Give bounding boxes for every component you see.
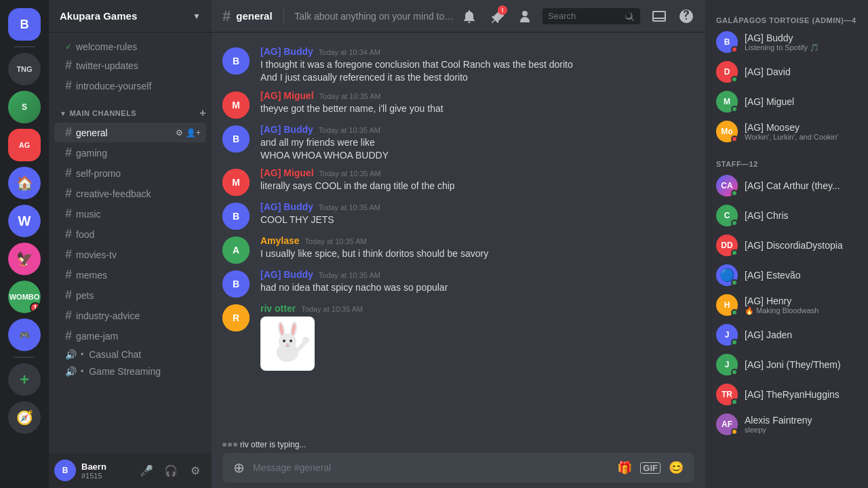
- message-text-5a: COOL THY JETS: [260, 214, 694, 226]
- member-name-ryan: [AG] TheRyanHuggins: [745, 389, 857, 400]
- channel-memes[interactable]: # memes: [54, 265, 206, 285]
- message-content-2: [AG] Miguel Today at 10:35 AM theyve got…: [260, 90, 694, 119]
- server-icon-s7[interactable]: 🦅: [8, 243, 41, 275]
- members-icon[interactable]: [515, 8, 532, 24]
- channel-game-jam[interactable]: # game-jam: [54, 326, 206, 346]
- bullet-casual: •: [81, 350, 83, 359]
- member-status-henry: 🔥 Making Bloodwash: [745, 306, 857, 315]
- speaker-icon-casual: 🔊: [65, 349, 77, 360]
- member-catarthur[interactable]: CA [AG] Cat Arthur (they...: [711, 171, 863, 201]
- timestamp-5: Today at 10:35 AM: [319, 203, 380, 211]
- hash-icon-general: #: [65, 125, 72, 140]
- member-joni[interactable]: J [AG] Joni (They/Them): [711, 350, 863, 380]
- server-icon-av[interactable]: 🎮: [8, 319, 41, 351]
- channel-industry-advice[interactable]: # industry-advice: [54, 306, 206, 325]
- headset-button[interactable]: 🎧: [160, 460, 182, 481]
- member-miguel[interactable]: M [AG] Miguel: [711, 87, 863, 117]
- avatar-inner-buddy4: B: [222, 270, 250, 298]
- search-bar[interactable]: Search: [542, 8, 640, 24]
- gift-icon[interactable]: 🎁: [617, 460, 632, 475]
- channel-food[interactable]: # food: [54, 224, 206, 244]
- status-dot-dd: [731, 249, 738, 256]
- server-icon-s3[interactable]: S: [8, 91, 41, 123]
- member-estevao[interactable]: 🔵 [AG] Estevão: [711, 260, 863, 290]
- message-group-1: B [AG] Buddy Today at 10:34 AM I thought…: [212, 43, 705, 87]
- sticker-container: [260, 317, 694, 371]
- author-name-miguel-1[interactable]: [AG] Miguel: [260, 90, 314, 101]
- timestamp-4: Today at 10:35 AM: [319, 169, 381, 178]
- member-name-alexis: Alexis Faintreny: [745, 415, 857, 426]
- sticker-image: [260, 317, 315, 371]
- channel-name-gaming: gaming: [76, 148, 201, 159]
- hash-icon-pets: #: [65, 288, 72, 302]
- author-name-amylase[interactable]: Amylase: [260, 235, 300, 246]
- channel-music[interactable]: # music: [54, 204, 206, 224]
- channel-twitter-updates[interactable]: # twitter-updates: [54, 56, 206, 75]
- avatar-inner-amylase: A: [222, 237, 250, 264]
- emoji-icon[interactable]: 😊: [669, 460, 684, 475]
- author-name-buddy-4[interactable]: [AG] Buddy: [260, 269, 313, 280]
- add-server-button[interactable]: +: [8, 363, 41, 396]
- channel-settings-icon[interactable]: ⚙: [176, 128, 183, 138]
- channel-add-member-icon[interactable]: 👤+: [186, 128, 201, 138]
- hash-icon-movies: #: [65, 247, 72, 262]
- channel-welcome-rules[interactable]: ✓ welcome-rules: [54, 39, 206, 55]
- channel-self-promo[interactable]: # self-promo: [54, 163, 206, 183]
- settings-button[interactable]: ⚙: [184, 460, 206, 481]
- channel-general[interactable]: # general ⚙ 👤+: [54, 123, 206, 142]
- member-status-alexis: sleepy: [745, 426, 857, 434]
- author-name-miguel-2[interactable]: [AG] Miguel: [260, 167, 314, 178]
- member-avatar-buddy: B: [716, 31, 738, 53]
- member-buddy[interactable]: B [AG] Buddy Listening to Spotify 🎵: [711, 27, 863, 57]
- header-icons: ! Search: [461, 8, 694, 24]
- member-jaden[interactable]: J [AG] Jaden: [711, 320, 863, 350]
- channel-movies-tv[interactable]: # movies-tv: [54, 245, 206, 264]
- server-name-bar[interactable]: Akupara Games ▼: [49, 0, 212, 33]
- author-name-buddy-1[interactable]: [AG] Buddy: [260, 46, 313, 57]
- channel-introduce-yourself[interactable]: # introduce-yourself: [54, 76, 206, 96]
- help-icon[interactable]: [678, 8, 694, 24]
- microphone-button[interactable]: 🎤: [136, 460, 157, 481]
- add-attachment-icon[interactable]: ⊕: [233, 460, 245, 476]
- add-channel-button[interactable]: +: [199, 107, 206, 119]
- channel-game-streaming[interactable]: 🔊 • Game Streaming: [54, 363, 206, 380]
- message-header-4: [AG] Miguel Today at 10:35 AM: [260, 167, 694, 178]
- channel-creative-feedback[interactable]: # creative-feedback: [54, 184, 206, 203]
- member-henry[interactable]: H [AG] Henry 🔥 Making Bloodwash: [711, 290, 863, 320]
- server-icon-tng[interactable]: TNG: [8, 53, 41, 85]
- main-channels-header[interactable]: ▼ MAIN CHANNELS +: [49, 96, 212, 122]
- channel-casual-chat[interactable]: 🔊 • Casual Chat: [54, 346, 206, 363]
- channel-pets[interactable]: # pets: [54, 285, 206, 305]
- section-header-admin: GALÁPAGOS TORTOISE (ADMIN)—4: [711, 11, 863, 27]
- member-discordiadystopia[interactable]: DD [AG] DiscordiaDystopia: [711, 230, 863, 260]
- explore-button[interactable]: 🧭: [8, 401, 41, 434]
- pin-icon[interactable]: !: [488, 8, 505, 24]
- author-name-buddy-2[interactable]: [AG] Buddy: [260, 124, 313, 135]
- author-name-buddy-3[interactable]: [AG] Buddy: [260, 201, 313, 212]
- member-alexis[interactable]: AF Alexis Faintreny sleepy: [711, 409, 863, 439]
- author-name-rivotter[interactable]: riv otter: [260, 303, 296, 314]
- server-icon-indie[interactable]: 🏠: [8, 167, 41, 199]
- inbox-icon[interactable]: [651, 8, 667, 24]
- bullet-gamestream: •: [81, 367, 83, 376]
- member-moosey[interactable]: Mo [AG] Moosey Workin', Lurkin', and Coo…: [711, 117, 863, 146]
- status-dot-buddy: [731, 46, 738, 53]
- server-icon-akupara[interactable]: AG: [8, 129, 41, 161]
- message-input[interactable]: [253, 462, 609, 473]
- channel-gaming[interactable]: # gaming: [54, 143, 206, 163]
- current-user-avatar[interactable]: B: [54, 460, 76, 481]
- server-icon-main[interactable]: B: [8, 8, 41, 41]
- server-icon-wombo[interactable]: WOMBO 1: [8, 281, 41, 313]
- hash-icon-music: #: [65, 207, 72, 221]
- member-info-miguel: [AG] Miguel: [745, 96, 857, 107]
- member-ryanhuggins[interactable]: TR [AG] TheRyanHuggins: [711, 380, 863, 409]
- member-info-david: [AG] David: [745, 66, 857, 77]
- message-group-7: B [AG] Buddy Today at 10:35 AM had no id…: [212, 266, 705, 300]
- gif-icon[interactable]: GIF: [640, 462, 660, 474]
- member-david[interactable]: D [AG] David: [711, 57, 863, 87]
- server-icon-w[interactable]: W: [8, 205, 41, 237]
- notification-icon[interactable]: [461, 8, 477, 24]
- message-group-4: M [AG] Miguel Today at 10:35 AM literall…: [212, 165, 705, 199]
- member-chris[interactable]: C [AG] Chris: [711, 201, 863, 230]
- channel-header-topic: Talk about anything on your mind today! …: [294, 11, 456, 22]
